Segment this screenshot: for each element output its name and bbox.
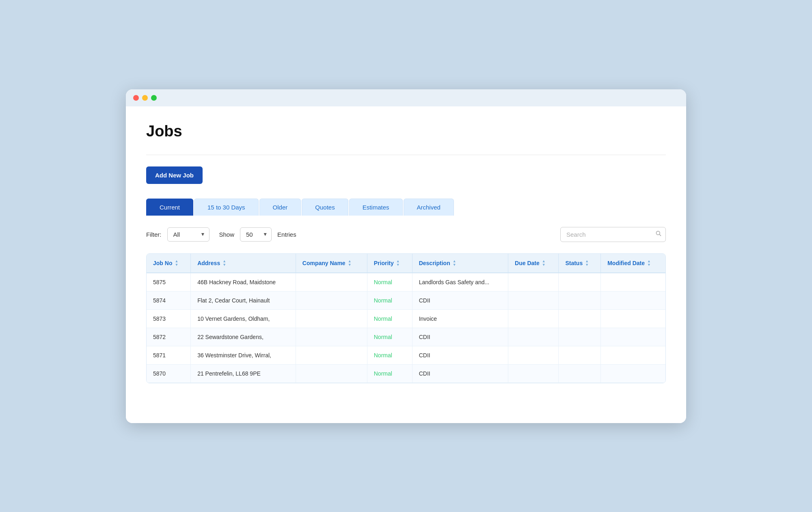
tab-current[interactable]: Current — [146, 199, 193, 216]
priority-badge: Normal — [374, 315, 392, 322]
divider-top — [146, 155, 666, 155]
cell-priority: Normal — [367, 346, 412, 365]
col-header-status[interactable]: Status ▲▼ — [559, 254, 601, 273]
col-header-due_date[interactable]: Due Date ▲▼ — [508, 254, 559, 273]
header-row: Job No ▲▼ Address ▲▼ Company Name ▲▼ Pri… — [147, 254, 665, 273]
cell-description: Landlords Gas Safety and... — [412, 273, 508, 292]
cell-due_date — [508, 292, 559, 310]
cell-address: 21 Pentrefelin, LL68 9PE — [191, 365, 296, 383]
cell-address: 36 Westminster Drive, Wirral, — [191, 346, 296, 365]
cell-due_date — [508, 310, 559, 328]
filter-select[interactable]: AllActiveInactive — [167, 227, 209, 242]
cell-address: 46B Hackney Road, Maidstone — [191, 273, 296, 292]
table-row[interactable]: 5874Flat 2, Cedar Court, HainaultNormalC… — [147, 292, 665, 310]
cell-modified_date — [601, 310, 665, 328]
tab-estimates[interactable]: Estimates — [349, 199, 403, 216]
cell-status — [559, 310, 601, 328]
col-header-modified_date[interactable]: Modified Date ▲▼ — [601, 254, 665, 273]
cell-description: CDII — [412, 365, 508, 383]
tab-15to30[interactable]: 15 to 30 Days — [194, 199, 259, 216]
table-row[interactable]: 587310 Vernet Gardens, Oldham,NormalInvo… — [147, 310, 665, 328]
minimize-button[interactable] — [142, 95, 148, 101]
cell-job_no: 5874 — [147, 292, 191, 310]
close-button[interactable] — [133, 95, 139, 101]
tab-older[interactable]: Older — [259, 199, 301, 216]
table-row[interactable]: 587021 Pentrefelin, LL68 9PENormalCDII — [147, 365, 665, 383]
sort-icon-status: ▲▼ — [585, 259, 589, 267]
show-select[interactable]: 102550100 — [240, 227, 272, 242]
tab-archived[interactable]: Archived — [404, 199, 454, 216]
cell-priority: Normal — [367, 273, 412, 292]
search-wrap — [560, 227, 666, 242]
search-input[interactable] — [560, 227, 666, 242]
cell-company_name — [296, 346, 367, 365]
cell-description: Invoice — [412, 310, 508, 328]
table-row[interactable]: 587136 Westminster Drive, Wirral,NormalC… — [147, 346, 665, 365]
cell-description: CDII — [412, 328, 508, 346]
priority-badge: Normal — [374, 279, 392, 285]
col-label-job_no: Job No — [153, 260, 172, 266]
sort-icon-due_date: ▲▼ — [542, 259, 546, 267]
col-label-description: Description — [419, 260, 450, 266]
priority-badge: Normal — [374, 352, 392, 359]
priority-badge: Normal — [374, 334, 392, 340]
cell-modified_date — [601, 365, 665, 383]
tab-quotes[interactable]: Quotes — [302, 199, 348, 216]
col-label-due_date: Due Date — [515, 260, 540, 266]
cell-due_date — [508, 328, 559, 346]
cell-job_no: 5872 — [147, 328, 191, 346]
cell-address: Flat 2, Cedar Court, Hainault — [191, 292, 296, 310]
show-label: Show — [219, 231, 235, 238]
cell-modified_date — [601, 328, 665, 346]
sort-icon-modified_date: ▲▼ — [647, 259, 651, 267]
col-header-address[interactable]: Address ▲▼ — [191, 254, 296, 273]
cell-priority: Normal — [367, 328, 412, 346]
cell-priority: Normal — [367, 310, 412, 328]
maximize-button[interactable] — [151, 95, 157, 101]
browser-titlebar — [126, 89, 686, 106]
add-new-job-button[interactable]: Add New Job — [146, 166, 203, 184]
cell-due_date — [508, 365, 559, 383]
cell-company_name — [296, 310, 367, 328]
cell-due_date — [508, 273, 559, 292]
cell-priority: Normal — [367, 292, 412, 310]
cell-address: 10 Vernet Gardens, Oldham, — [191, 310, 296, 328]
sort-icon-address: ▲▼ — [222, 259, 226, 267]
cell-company_name — [296, 365, 367, 383]
col-header-priority[interactable]: Priority ▲▼ — [367, 254, 412, 273]
table-row[interactable]: 587546B Hackney Road, MaidstoneNormalLan… — [147, 273, 665, 292]
cell-address: 22 Sewardstone Gardens, — [191, 328, 296, 346]
cell-status — [559, 346, 601, 365]
cell-status — [559, 292, 601, 310]
table-row[interactable]: 587222 Sewardstone Gardens,NormalCDII — [147, 328, 665, 346]
cell-priority: Normal — [367, 365, 412, 383]
cell-due_date — [508, 346, 559, 365]
sort-icon-job_no: ▲▼ — [175, 259, 178, 267]
show-select-wrap: 102550100 ▼ — [240, 227, 272, 242]
col-label-company_name: Company Name — [302, 260, 346, 266]
cell-company_name — [296, 273, 367, 292]
cell-modified_date — [601, 292, 665, 310]
tabs-row: Current15 to 30 DaysOlderQuotesEstimates… — [146, 199, 666, 216]
priority-badge: Normal — [374, 297, 392, 304]
col-header-description[interactable]: Description ▲▼ — [412, 254, 508, 273]
col-header-job_no[interactable]: Job No ▲▼ — [147, 254, 191, 273]
browser-window: Jobs Add New Job Current15 to 30 DaysOld… — [126, 89, 686, 423]
col-header-company_name[interactable]: Company Name ▲▼ — [296, 254, 367, 273]
cell-company_name — [296, 328, 367, 346]
col-label-status: Status — [565, 260, 583, 266]
cell-job_no: 5873 — [147, 310, 191, 328]
cell-job_no: 5870 — [147, 365, 191, 383]
filter-select-wrap: AllActiveInactive ▼ — [167, 227, 209, 242]
jobs-table: Job No ▲▼ Address ▲▼ Company Name ▲▼ Pri… — [146, 253, 666, 383]
cell-modified_date — [601, 273, 665, 292]
cell-job_no: 5871 — [147, 346, 191, 365]
cell-status — [559, 273, 601, 292]
col-label-address: Address — [197, 260, 220, 266]
page-content: Jobs Add New Job Current15 to 30 DaysOld… — [126, 106, 686, 423]
cell-job_no: 5875 — [147, 273, 191, 292]
filter-row: Filter: AllActiveInactive ▼ Show 1025501… — [146, 227, 666, 242]
cell-status — [559, 365, 601, 383]
priority-badge: Normal — [374, 370, 392, 377]
cell-status — [559, 328, 601, 346]
